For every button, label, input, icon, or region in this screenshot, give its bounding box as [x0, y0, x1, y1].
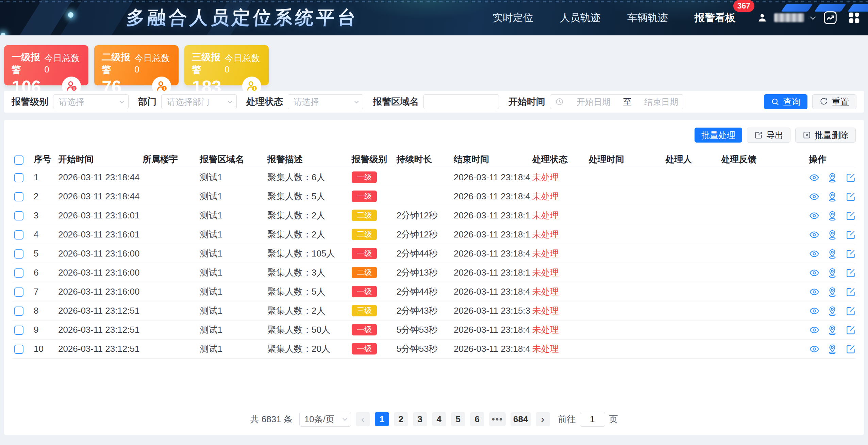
row-checkbox[interactable] — [14, 211, 23, 220]
eye-icon[interactable] — [809, 325, 820, 335]
area-name-input[interactable] — [423, 94, 499, 109]
column-header-8: 结束时间 — [452, 151, 530, 168]
cell-feedback — [719, 206, 807, 225]
cell-no: 1 — [32, 168, 56, 187]
location-pin-icon[interactable] — [827, 248, 838, 259]
cell-operations — [807, 339, 856, 358]
level-badge: 一级 — [352, 343, 377, 355]
location-pin-icon[interactable] — [827, 267, 838, 278]
eye-icon[interactable] — [809, 344, 820, 355]
nav-item-4[interactable]: 报警看板367 — [694, 8, 736, 28]
chevron-down-icon[interactable] — [810, 14, 816, 20]
pagination-page-1[interactable]: 1 — [375, 412, 389, 426]
row-checkbox[interactable] — [14, 268, 23, 278]
chart-icon[interactable] — [822, 10, 838, 26]
location-pin-icon[interactable] — [827, 306, 838, 316]
location-pin-icon[interactable] — [827, 229, 838, 240]
card-today-count: 今日总数 0 — [44, 52, 81, 75]
cell-checkbox — [12, 225, 32, 244]
level-badge: 一级 — [352, 324, 377, 335]
location-pin-icon[interactable] — [827, 286, 838, 297]
pagination-page-3[interactable]: 3 — [413, 412, 427, 426]
date-range-picker[interactable]: 开始日期 至 结束日期 — [550, 94, 683, 109]
next-page-button[interactable]: › — [536, 412, 550, 426]
edit-icon[interactable] — [845, 210, 856, 221]
cell-building — [140, 244, 198, 263]
edit-icon[interactable] — [845, 286, 856, 297]
edit-icon[interactable] — [845, 248, 856, 259]
department-select[interactable]: 请选择部门 — [161, 94, 237, 109]
cell-building — [140, 225, 198, 244]
eye-icon[interactable] — [809, 267, 820, 278]
cell-status: 未处理 — [530, 282, 587, 301]
location-pin-icon[interactable] — [827, 172, 838, 183]
edit-icon[interactable] — [845, 325, 856, 335]
alarm-card-level1: 一级报警今日总数 0106 — [4, 45, 88, 85]
eye-icon[interactable] — [809, 229, 820, 240]
cell-desc: 聚集人数：20人 — [265, 339, 350, 358]
table-row: 12026-03-11 23:18:44测试1聚集人数：6人一级2026-03-… — [12, 168, 856, 187]
cell-area: 测试1 — [198, 320, 265, 339]
prev-page-button[interactable]: ‹ — [356, 412, 370, 426]
select-all-checkbox[interactable] — [14, 155, 23, 165]
row-checkbox[interactable] — [14, 287, 23, 297]
nav-item-2[interactable]: 人员轨迹 — [559, 8, 601, 28]
cell-area: 测试1 — [198, 301, 265, 320]
row-checkbox[interactable] — [14, 192, 23, 201]
pagination-more[interactable]: ••• — [489, 412, 506, 426]
edit-icon[interactable] — [845, 191, 856, 202]
pagination-page-684[interactable]: 684 — [511, 412, 531, 426]
level-badge: 一级 — [352, 171, 377, 183]
edit-icon[interactable] — [845, 344, 856, 355]
cell-desc: 聚集人数：2人 — [265, 225, 350, 244]
cell-processor — [663, 206, 719, 225]
pagination-page-4[interactable]: 4 — [432, 412, 446, 426]
eye-icon[interactable] — [809, 248, 820, 259]
cell-no: 6 — [32, 263, 56, 282]
apps-grid-icon[interactable] — [846, 10, 862, 26]
cell-feedback — [719, 320, 807, 339]
cell-status: 未处理 — [530, 320, 587, 339]
location-pin-icon[interactable] — [827, 191, 838, 202]
nav-item-label: 人员轨迹 — [560, 12, 601, 23]
search-button[interactable]: 查询 — [764, 94, 807, 109]
cell-area: 测试1 — [198, 244, 265, 263]
nav-item-3[interactable]: 车辆轨迹 — [627, 8, 669, 28]
location-pin-icon[interactable] — [827, 344, 838, 355]
row-checkbox[interactable] — [14, 249, 23, 259]
goto-page-input[interactable]: 1 — [580, 412, 605, 427]
process-status-select[interactable]: 请选择 — [288, 94, 363, 109]
pagination-page-2[interactable]: 2 — [394, 412, 408, 426]
location-pin-icon[interactable] — [827, 210, 838, 221]
pagination-page-5[interactable]: 5 — [451, 412, 465, 426]
location-pin-icon[interactable] — [827, 325, 838, 335]
status-text: 未处理 — [532, 172, 559, 182]
alarm-level-select[interactable]: 请选择 — [53, 94, 129, 109]
edit-icon[interactable] — [845, 267, 856, 278]
edit-icon[interactable] — [845, 229, 856, 240]
export-button[interactable]: 导出 — [747, 128, 790, 143]
row-checkbox[interactable] — [14, 326, 23, 335]
eye-icon[interactable] — [809, 172, 820, 183]
page-size-select[interactable]: 10条/页 — [299, 412, 351, 427]
nav-item-1[interactable]: 实时定位 — [492, 8, 534, 28]
goto-unit: 页 — [609, 413, 618, 425]
eye-icon[interactable] — [809, 210, 820, 221]
row-checkbox[interactable] — [14, 307, 23, 316]
cell-checkbox — [12, 187, 32, 206]
pagination-page-6[interactable]: 6 — [470, 412, 484, 426]
eye-icon[interactable] — [809, 286, 820, 297]
cell-building — [140, 263, 198, 282]
edit-icon[interactable] — [845, 306, 856, 316]
user-area — [756, 10, 862, 26]
batch-delete-button[interactable]: 批量删除 — [795, 128, 856, 143]
row-checkbox[interactable] — [14, 173, 23, 182]
edit-icon[interactable] — [845, 172, 856, 183]
row-checkbox[interactable] — [14, 345, 23, 354]
cell-level: 二级 — [350, 263, 394, 282]
eye-icon[interactable] — [809, 191, 820, 202]
row-checkbox[interactable] — [14, 230, 23, 240]
batch-process-button[interactable]: 批量处理 — [695, 128, 742, 143]
reset-button[interactable]: 重置 — [812, 94, 856, 109]
eye-icon[interactable] — [809, 306, 820, 316]
